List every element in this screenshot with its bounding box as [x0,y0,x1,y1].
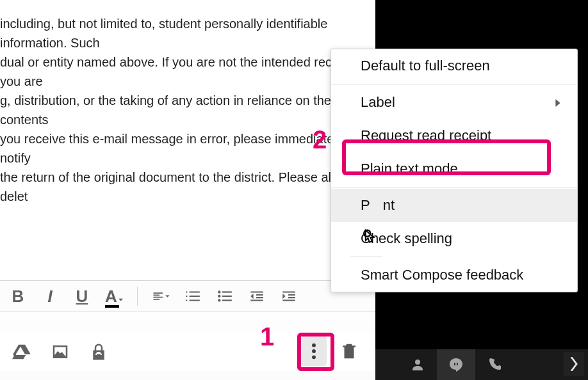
menu-fullscreen-label: Default to full-screen [361,58,490,74]
phone-icon[interactable] [475,349,514,380]
menu-print[interactable]: Print Pnt [331,189,577,222]
menu-print-visible: Pnt [361,197,382,214]
text-color-label: A [105,287,117,306]
chevron-right-icon [554,94,562,111]
svg-point-10 [415,360,420,365]
svg-point-2 [218,295,220,297]
discard-draft-button[interactable] [339,342,360,362]
svg-rect-1 [222,291,232,292]
underline-button[interactable]: U [73,287,91,306]
menu-fullscreen[interactable]: Default to full-screen [331,49,577,83]
menu-plain-text-label: Plain text mode [361,161,458,177]
confidential-mode-icon[interactable] [88,342,109,362]
text-color-button[interactable]: A [105,287,123,306]
numbered-list-button[interactable] [184,288,202,305]
menu-label[interactable]: Label [331,86,577,119]
hangouts-bar [375,349,588,380]
menu-divider [350,257,382,257]
email-body-text[interactable]: including, but not limited to, student p… [0,14,370,206]
bullet-list-button[interactable] [216,288,234,305]
italic-button[interactable]: I [41,287,59,306]
svg-rect-5 [222,299,232,301]
menu-check-spelling[interactable]: Check spelling [331,222,577,255]
toolbar-divider [137,287,138,306]
svg-point-8 [312,355,316,359]
menu-label-text: Label [361,94,395,111]
more-options-button[interactable] [301,336,331,367]
indent-more-button[interactable] [280,288,298,305]
hangouts-icon[interactable] [437,349,475,380]
menu-divider [331,84,577,84]
svg-point-0 [218,290,220,293]
menu-smart-compose[interactable]: Smart Compose feedback [331,258,577,292]
trash-icon [339,342,359,361]
svg-point-6 [312,344,316,347]
expand-chevron[interactable] [564,352,584,376]
svg-rect-3 [222,296,232,297]
chevron-right-icon [569,357,578,371]
indent-less-button[interactable] [248,288,266,305]
drive-icon[interactable] [12,342,32,362]
menu-divider [331,187,577,187]
align-button[interactable] [152,288,170,305]
bold-button[interactable]: B [9,287,27,306]
menu-smart-compose-label: Smart Compose feedback [361,267,523,283]
menu-read-receipt-label: Request read receipt [361,127,491,144]
more-vertical-icon [311,342,316,360]
svg-point-4 [218,299,220,301]
compose-window: including, but not limited to, student p… [0,0,375,380]
menu-plain-text[interactable]: Plain text mode [331,152,577,186]
menu-check-spelling-label: Check spelling [361,230,452,247]
more-options-menu: Default to full-screen Label Request rea… [331,49,578,292]
svg-point-7 [312,349,316,353]
contacts-icon[interactable] [398,349,437,380]
insert-photo-icon[interactable] [50,342,70,362]
formatting-toolbar: B I U A [0,280,375,312]
menu-read-receipt[interactable]: Request read receipt [331,119,577,152]
